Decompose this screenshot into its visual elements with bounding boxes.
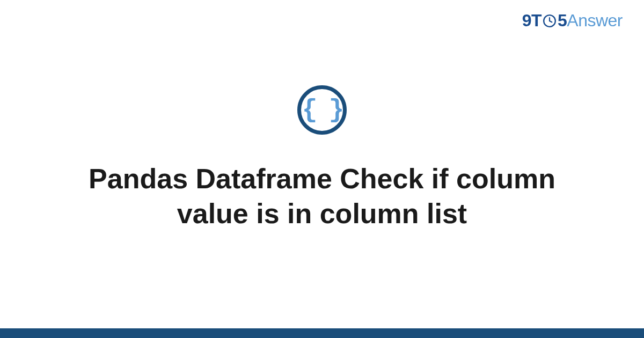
main-content: { } Pandas Dataframe Check if column val… <box>0 0 644 338</box>
icon-container: { } <box>297 85 347 135</box>
code-braces-icon: { } <box>297 85 347 135</box>
page-title: Pandas Dataframe Check if column value i… <box>80 161 564 231</box>
footer-accent-bar <box>0 328 644 338</box>
